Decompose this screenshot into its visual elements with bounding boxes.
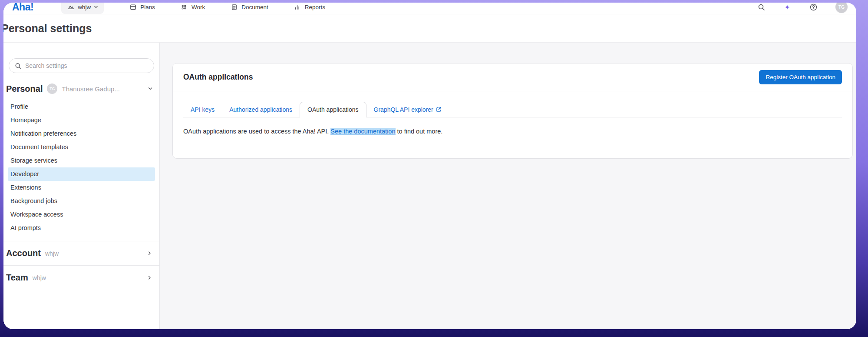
- tab-oauth-applications[interactable]: OAuth applications: [300, 102, 366, 117]
- main-panel: OAuth applications Register OAuth applic…: [160, 43, 856, 329]
- tab-label: OAuth applications: [307, 106, 359, 113]
- sidebar-item-extensions[interactable]: Extensions: [8, 181, 155, 194]
- page-title: Personal settings: [3, 22, 92, 35]
- personal-heading: Personal: [6, 84, 43, 94]
- help-icon[interactable]: [809, 3, 817, 11]
- nav-item-label: Plans: [140, 4, 155, 10]
- personal-section-header[interactable]: Personal TG Thanusree Gadup...: [6, 83, 153, 94]
- work-icon: [180, 3, 188, 11]
- search-icon: [15, 63, 21, 69]
- chevron-down-icon: [94, 5, 98, 9]
- sidebar-item-background-jobs[interactable]: Background jobs: [8, 194, 155, 208]
- tab-label: Authorized applications: [229, 106, 292, 113]
- nav-item-label: Document: [241, 4, 268, 10]
- card-header: OAuth applications Register OAuth applic…: [173, 63, 852, 91]
- app-window: Aha! whjw Plans Work: [3, 3, 856, 329]
- tab-api-keys[interactable]: API keys: [183, 102, 222, 117]
- avatar: TG: [47, 83, 57, 94]
- personal-settings-list: Profile Homepage Notification preference…: [3, 100, 159, 235]
- ai-sparkle-icon[interactable]: ✦.‥: [783, 3, 791, 11]
- sidebar-item-document-templates[interactable]: Document templates: [8, 140, 155, 154]
- chevron-right-icon: [147, 275, 152, 280]
- nav-item-plans[interactable]: Plans: [129, 3, 155, 11]
- team-label: whjw: [33, 274, 46, 281]
- nav-item-document[interactable]: Document: [230, 3, 268, 11]
- sidebar-item-workspace-access[interactable]: Workspace access: [8, 208, 155, 221]
- chevron-down-icon[interactable]: [147, 86, 153, 92]
- chevron-right-icon: [147, 250, 152, 256]
- sidebar-item-profile[interactable]: Profile: [8, 100, 155, 113]
- workspace-icon: [67, 3, 75, 11]
- account-heading: Account: [6, 248, 41, 258]
- account-label: whjw: [45, 250, 59, 257]
- developer-tabs: API keys Authorized applications OAuth a…: [183, 102, 842, 117]
- nav-item-reports[interactable]: Reports: [294, 3, 325, 11]
- oauth-applications-card: OAuth applications Register OAuth applic…: [172, 63, 853, 159]
- user-name: Thanusree Gadup...: [62, 85, 143, 93]
- workspace-switcher[interactable]: whjw: [61, 3, 104, 14]
- search-input[interactable]: [25, 62, 148, 69]
- reports-icon: [294, 3, 301, 11]
- aha-logo[interactable]: Aha!: [12, 3, 33, 13]
- top-nav: Aha! whjw Plans Work: [3, 3, 856, 14]
- sidebar-item-homepage[interactable]: Homepage: [8, 113, 155, 127]
- page-header: Personal settings: [3, 14, 856, 43]
- external-link-icon: [436, 107, 442, 112]
- settings-search[interactable]: [9, 58, 154, 73]
- nav-item-work[interactable]: Work: [180, 3, 205, 11]
- nav-item-label: Reports: [305, 4, 325, 10]
- tab-label: API keys: [191, 106, 215, 113]
- description-text: OAuth applications are used to access th…: [183, 128, 330, 135]
- card-title: OAuth applications: [183, 73, 253, 82]
- sidebar-item-storage-services[interactable]: Storage services: [8, 154, 155, 167]
- account-section[interactable]: Account whjw: [3, 241, 159, 265]
- document-icon: [230, 3, 238, 11]
- user-avatar[interactable]: TG: [835, 3, 848, 13]
- tab-authorized-applications[interactable]: Authorized applications: [222, 102, 300, 117]
- search-icon[interactable]: [757, 3, 765, 11]
- tab-graphql-api-explorer[interactable]: GraphQL API explorer: [366, 102, 449, 117]
- see-the-documentation-link[interactable]: See the documentation: [330, 128, 395, 135]
- workspace-label: whjw: [78, 4, 91, 10]
- plans-icon: [129, 3, 137, 11]
- tab-label: GraphQL API explorer: [374, 106, 433, 113]
- oauth-description: OAuth applications are used to access th…: [183, 127, 842, 136]
- sidebar-item-developer[interactable]: Developer: [8, 167, 155, 181]
- nav-item-label: Work: [191, 4, 205, 10]
- description-text: to find out more.: [396, 128, 443, 135]
- settings-sidebar: Personal TG Thanusree Gadup... Profile H…: [3, 43, 160, 329]
- register-oauth-application-button[interactable]: Register OAuth application: [759, 70, 842, 84]
- team-heading: Team: [6, 273, 28, 283]
- team-section[interactable]: Team whjw: [3, 265, 159, 290]
- sidebar-item-notification-preferences[interactable]: Notification preferences: [8, 127, 155, 140]
- sidebar-item-ai-prompts[interactable]: AI prompts: [8, 221, 155, 235]
